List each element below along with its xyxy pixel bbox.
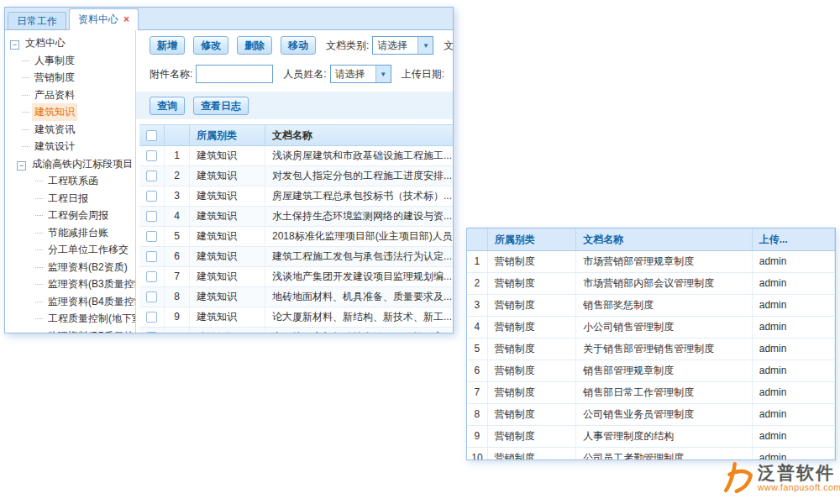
tree-root-project[interactable]: −成渝高铁内江标段项目 [10,155,135,173]
document-row[interactable]: 3 建筑知识 房屋建筑工程总承包投标书（技术标）... [139,186,453,207]
brand-url: www.fanpusoft.com [758,482,840,492]
tree-item-project-folder[interactable]: 工程例会周报 [10,207,135,224]
document-row[interactable]: 5 建筑知识 2018标准化监理项目部(业主项目部)人员... [139,227,453,247]
tab-bar: 日常工作 资料中心× [5,8,453,30]
row-document-name: 人事管理制度的结构 [576,426,753,447]
tab-data-center[interactable]: 资料中心× [69,8,139,30]
row-category: 建筑知识 [190,307,265,327]
marketing-document-row[interactable]: 5 营销制度 关于销售部管理销售管理制度 admin [467,339,835,360]
collapse-icon[interactable]: − [17,161,26,171]
select-all-checkbox[interactable] [146,130,157,141]
marketing-documents-table: 所属别类 文档名称 上传... 1 营销制度 市场营销部管理规章制度 admin… [466,228,836,460]
row-category: 建筑知识 [190,287,265,307]
tree-item-category[interactable]: 建筑知识 [10,103,135,121]
doc-type-select[interactable]: 请选择 ▼ [372,36,433,55]
marketing-document-row[interactable]: 10 营销制度 公司员工考勤管理制度 admin [467,448,835,460]
tree-branch-line [35,318,43,319]
marketing-document-row[interactable]: 2 营销制度 市场营销部内部会议管理制度 admin [467,273,835,295]
tree-item-label: 工程例会周报 [45,207,111,224]
row-category: 营销制度 [488,273,576,294]
row-checkbox[interactable] [146,171,157,181]
row-uploader: admin [753,448,835,460]
row-index: 1 [467,251,488,272]
marketing-document-row[interactable]: 6 营销制度 销售部管理规章制度 admin [467,360,835,382]
delete-button[interactable]: 删除 [237,36,272,55]
marketing-document-row[interactable]: 8 营销制度 公司销售业务员管理制度 admin [467,404,835,426]
row-index: 3 [467,295,488,316]
tree-item-project-folder[interactable]: 监理资料(B5质量控制) [10,328,135,333]
add-button[interactable]: 新增 [150,36,185,55]
row-uploader: admin [753,426,835,447]
row-category: 营销制度 [488,404,576,425]
document-row[interactable]: 8 建筑知识 地砖地面材料、机具准备、质量要求及... [139,287,453,307]
document-row[interactable]: 10 建筑知识 大厦地下室加气砼墙砌筑工程的施工方... [139,328,453,333]
tree-branch-line [22,112,29,113]
row-category: 建筑知识 [190,166,265,186]
tab-close-icon[interactable]: × [123,13,129,25]
document-row[interactable]: 4 建筑知识 水土保持生态环境监测网络的建设与资... [139,207,453,227]
query-button[interactable]: 查询 [150,97,185,115]
row-checkbox[interactable] [146,291,157,302]
tree-item-project-folder[interactable]: 监理资料(B4质量控制) [10,293,135,311]
tree-item-project-folder[interactable]: 工程联系函 [10,172,135,190]
row-document-name: 对发包人指定分包的工程施工进度安排... [265,166,453,186]
tree-branch-line [35,198,43,199]
tree-item-project-folder[interactable]: 监理资料(B2资质) [10,259,135,276]
tab-daily-work[interactable]: 日常工作 [8,12,66,29]
tab-label: 资料中心 [78,13,118,25]
column-header-name: 文档名称 [576,228,753,250]
tree-item-category[interactable]: 建筑设计 [10,138,135,155]
doc-type-value: 请选择 [373,37,417,54]
tree-item-category[interactable]: 人事制度 [10,52,135,70]
brand-logo: 泛普软件 www.fanpusoft.com [722,461,840,493]
tree-item-label: 建筑资讯 [32,121,77,139]
view-log-button[interactable]: 查看日志 [193,97,249,115]
document-row[interactable]: 2 建筑知识 对发包人指定分包的工程施工进度安排... [139,166,453,186]
doc-name-label: 文档名称: [444,39,453,53]
row-category: 营销制度 [488,339,576,360]
row-checkbox[interactable] [146,211,157,222]
row-checkbox[interactable] [146,251,157,262]
attachment-name-input[interactable] [196,65,273,83]
row-uploader: admin [753,251,835,272]
modify-button[interactable]: 修改 [193,36,228,55]
row-checkbox[interactable] [146,312,157,323]
marketing-document-row[interactable]: 7 营销制度 销售部日常工作管理制度 admin [467,382,835,404]
marketing-document-row[interactable]: 3 营销制度 销售部奖惩制度 admin [467,295,835,317]
tree-item-project-folder[interactable]: 工程质量控制(地下室) [10,310,135,328]
tree-item-project-folder[interactable]: 节能减排台账 [10,224,135,242]
move-button[interactable]: 移动 [281,36,316,55]
row-checkbox[interactable] [146,231,157,242]
row-checkbox[interactable] [146,271,157,282]
document-row[interactable]: 6 建筑知识 建筑工程施工发包与承包违法行为认定... [139,247,453,267]
marketing-document-row[interactable]: 1 营销制度 市场营销部管理规章制度 admin [467,251,835,273]
documents-table-header: 所属别类 文档名称 [139,124,453,146]
row-checkbox[interactable] [146,191,157,202]
tree-root-document-center[interactable]: −文档中心 [10,34,135,52]
row-checkbox[interactable] [146,150,157,161]
tree-branch-line [22,129,29,130]
collapse-icon[interactable]: − [10,40,19,50]
tree-item-project-folder[interactable]: 分工单位工作移交 [10,241,135,259]
document-row[interactable]: 7 建筑知识 浅谈地产集团开发建设项目监理规划编... [139,267,453,287]
tree-branch-line [22,60,29,61]
person-name-select[interactable]: 请选择 ▼ [330,65,391,83]
row-index: 9 [467,426,488,447]
column-header-index [467,228,488,250]
tree-item-label: 监理资料(B2资质) [45,259,130,276]
marketing-document-row[interactable]: 4 营销制度 小公司销售管理制度 admin [467,317,835,339]
marketing-document-row[interactable]: 9 营销制度 人事管理制度的结构 admin [467,426,835,448]
action-row: 查询 查看日志 [136,92,453,119]
row-category: 建筑知识 [190,227,265,246]
tree-item-project-folder[interactable]: 工程日报 [10,190,135,207]
tree-item-category[interactable]: 产品资料 [10,87,135,104]
chevron-down-icon: ▼ [375,66,391,82]
row-category: 建筑知识 [190,267,265,286]
tree-item-category[interactable]: 营销制度 [10,69,135,87]
tree-item-project-folder[interactable]: 监理资料(B3质量控制) [10,276,135,293]
row-uploader: admin [753,360,835,381]
row-checkbox[interactable] [146,332,157,333]
tree-item-category[interactable]: 建筑资讯 [10,121,135,139]
document-row[interactable]: 1 建筑知识 浅谈房屋建筑和市政基础设施工程施工... [139,146,453,166]
document-row[interactable]: 9 建筑知识 论大厦新材料、新结构、新技术、新工... [139,307,453,328]
